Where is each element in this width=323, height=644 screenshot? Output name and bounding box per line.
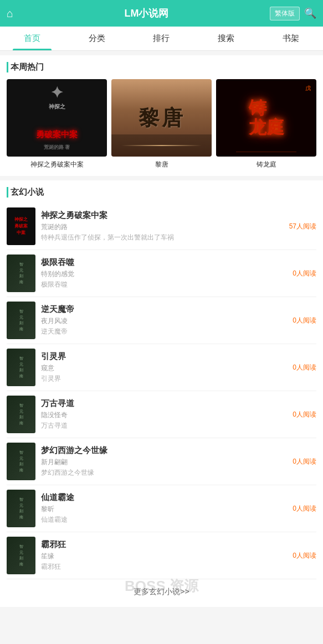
book-author-6: 黎昕	[41, 505, 287, 514]
book-info-7: 霸邪狂 笙缘 霸邪狂	[35, 539, 293, 572]
traditional-btn[interactable]: 繁体版	[270, 7, 300, 20]
nav-item-shelf[interactable]: 书架	[258, 27, 323, 50]
book-thumb-2: 智元刻南	[7, 302, 35, 339]
book-desc-2: 逆天魔帝	[41, 327, 229, 336]
nav-item-category[interactable]: 分类	[65, 27, 130, 50]
book-reads-0: 57人阅读	[289, 222, 316, 231]
book-reads-4: 0人阅读	[293, 410, 316, 419]
book-reads-1: 0人阅读	[293, 269, 316, 278]
hot-book-1-name: 神探之勇破案中案	[7, 160, 107, 169]
fantasy-section: 玄幻小说 神探之勇破案中案 神探之勇破案中案 荒诞的路 特种兵退伍作了侦探，第一…	[0, 180, 323, 607]
book-thumb-3: 智元刻南	[7, 349, 35, 386]
book-author-2: 夜月风凌	[41, 316, 287, 326]
site-title: LM小说网	[23, 7, 270, 20]
header-right: 繁体版 🔍	[270, 7, 316, 20]
book-info-0: 神探之勇破案中案 荒诞的路 特种兵退伍作了侦探，第一次出警就出了车祸	[35, 210, 289, 242]
book-item-2[interactable]: 智元刻南 逆天魔帝 夜月风凌 逆天魔帝 0人阅读	[7, 297, 316, 344]
book-reads-5: 0人阅读	[293, 457, 316, 466]
nav-item-rank[interactable]: 排行	[129, 27, 194, 50]
book-author-3: 窥意	[41, 363, 287, 373]
book-thumb-0: 神探之勇破案中案	[7, 207, 35, 245]
book-title-3: 引灵界	[41, 351, 287, 362]
book-reads-7: 0人阅读	[293, 551, 316, 560]
book-item-6[interactable]: 智元刻南 仙道霸途 黎昕 仙道霸途 0人阅读	[7, 485, 316, 532]
book-thumb-1: 智元刻南	[7, 255, 35, 292]
hot-book-2[interactable]: 黎唐 黎唐	[111, 79, 212, 169]
book-item-0[interactable]: 神探之勇破案中案 神探之勇破案中案 荒诞的路 特种兵退伍作了侦探，第一次出警就出…	[7, 203, 316, 250]
hot-cover-3: 铸龙庭 戊	[216, 79, 316, 157]
book-author-5: 新月翩翩	[41, 458, 287, 467]
nav-item-search[interactable]: 搜索	[194, 27, 259, 50]
hot-cover-1: ✦ 神探之 勇破案中案 荒诞的路 著	[7, 79, 107, 157]
hot-section-title: 本周热门	[7, 62, 316, 72]
book-thumb-4: 智元刻南	[7, 396, 35, 433]
hot-cover-2: 黎唐	[111, 79, 212, 157]
book-title-0: 神探之勇破案中案	[41, 210, 284, 221]
more-fantasy-link[interactable]: 更多玄幻小说>>	[7, 579, 316, 600]
book-desc-0: 特种兵退伍作了侦探，第一次出警就出了车祸	[41, 233, 229, 242]
book-desc-1: 极限吞噬	[41, 280, 229, 289]
book-title-6: 仙道霸途	[41, 492, 287, 503]
book-desc-5: 梦幻西游之今世缘	[41, 468, 229, 477]
book-title-7: 霸邪狂	[41, 539, 287, 550]
book-item-4[interactable]: 智元刻南 万古寻道 隐没怪奇 万古寻道 0人阅读	[7, 391, 316, 438]
book-info-6: 仙道霸途 黎昕 仙道霸途	[35, 492, 293, 524]
book-thumb-5: 智元刻南	[7, 443, 35, 480]
book-reads-3: 0人阅读	[293, 363, 316, 372]
book-info-5: 梦幻西游之今世缘 新月翩翩 梦幻西游之今世缘	[35, 445, 293, 477]
book-author-7: 笙缘	[41, 552, 287, 561]
book-title-2: 逆天魔帝	[41, 304, 287, 315]
hot-book-3[interactable]: 铸龙庭 戊 铸龙庭	[216, 79, 316, 169]
book-item-7[interactable]: 智元刻南 霸邪狂 笙缘 霸邪狂 0人阅读	[7, 532, 316, 579]
hot-book-2-name: 黎唐	[111, 160, 212, 169]
book-reads-6: 0人阅读	[293, 504, 316, 513]
hot-grid: ✦ 神探之 勇破案中案 荒诞的路 著 神探之勇破案中案 黎唐 黎唐	[7, 79, 316, 169]
book-desc-4: 万古寻道	[41, 421, 229, 430]
book-thumb-7: 智元刻南	[7, 537, 35, 574]
book-desc-6: 仙道霸途	[41, 515, 229, 524]
book-title-4: 万古寻道	[41, 398, 287, 409]
book-item-5[interactable]: 智元刻南 梦幻西游之今世缘 新月翩翩 梦幻西游之今世缘 0人阅读	[7, 438, 316, 485]
book-reads-2: 0人阅读	[293, 316, 316, 325]
nav-bar: 首页 分类 排行 搜索 书架	[0, 27, 323, 51]
header: ⌂ LM小说网 繁体版 🔍	[0, 0, 323, 27]
hot-section: 本周热门 ✦ 神探之 勇破案中案 荒诞的路 著 神探之勇破案中案 黎唐	[0, 55, 323, 176]
book-info-4: 万古寻道 隐没怪奇 万古寻道	[35, 398, 293, 430]
book-title-1: 极限吞噬	[41, 257, 287, 268]
nav-item-home[interactable]: 首页	[0, 27, 65, 50]
book-thumb-6: 智元刻南	[7, 490, 35, 527]
book-info-1: 极限吞噬 特别的感觉 极限吞噬	[35, 257, 293, 289]
book-desc-7: 霸邪狂	[41, 562, 229, 572]
hot-book-1[interactable]: ✦ 神探之 勇破案中案 荒诞的路 著 神探之勇破案中案	[7, 79, 107, 169]
book-author-0: 荒诞的路	[41, 222, 284, 232]
book-desc-3: 引灵界	[41, 374, 229, 383]
book-author-4: 隐没怪奇	[41, 411, 287, 420]
book-author-1: 特别的感觉	[41, 269, 287, 279]
hot-book-3-name: 铸龙庭	[216, 160, 316, 169]
home-icon[interactable]: ⌂	[7, 7, 23, 20]
search-icon[interactable]: 🔍	[304, 7, 316, 19]
book-title-5: 梦幻西游之今世缘	[41, 445, 287, 456]
fantasy-section-title: 玄幻小说	[7, 187, 316, 198]
book-info-3: 引灵界 窥意 引灵界	[35, 351, 293, 383]
book-item-3[interactable]: 智元刻南 引灵界 窥意 引灵界 0人阅读	[7, 344, 316, 391]
book-item-1[interactable]: 智元刻南 极限吞噬 特别的感觉 极限吞噬 0人阅读	[7, 250, 316, 297]
book-info-2: 逆天魔帝 夜月风凌 逆天魔帝	[35, 304, 293, 336]
